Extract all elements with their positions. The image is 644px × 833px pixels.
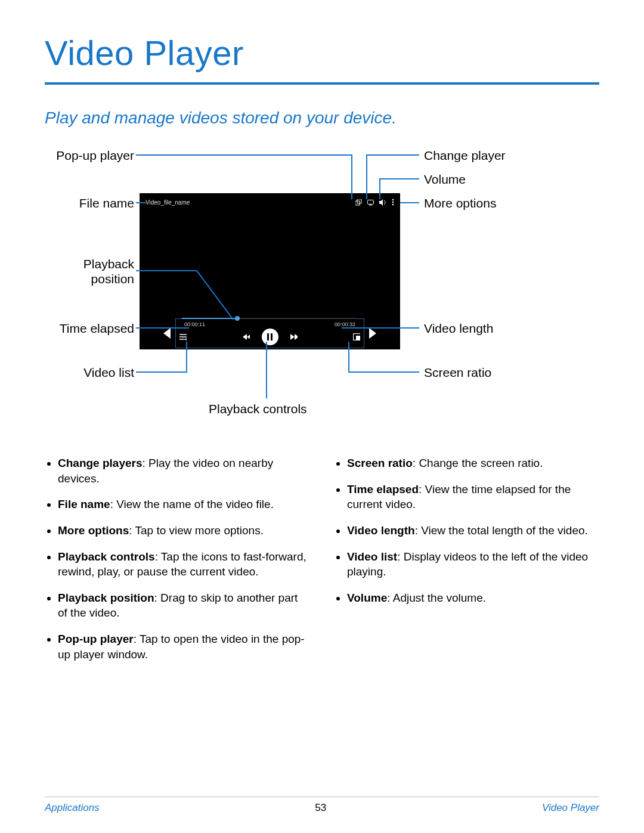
svg-point-5 (392, 199, 394, 201)
popup-player-icon[interactable] (355, 199, 362, 206)
label-playback-controls: Playback controls (209, 401, 307, 416)
svg-marker-15 (295, 334, 298, 340)
more-options-icon[interactable] (392, 199, 394, 206)
playback-controls-bar: 00:00:11 00:00:32 (175, 318, 364, 348)
bullet-video-list: Video list: Display videos to the left o… (347, 549, 599, 580)
svg-marker-13 (247, 334, 250, 340)
volume-icon[interactable] (379, 199, 386, 206)
bullet-time-elapsed: Time elapsed: View the time elapsed for … (347, 482, 599, 512)
left-bullet-list: Change players: Play the video on nearby… (45, 456, 310, 673)
bullet-change-players: Change players: Play the video on nearby… (58, 456, 310, 486)
video-list-icon[interactable] (179, 333, 187, 340)
pause-button[interactable] (262, 329, 278, 345)
svg-point-7 (392, 204, 394, 206)
svg-marker-12 (243, 334, 247, 340)
label-screen-ratio: Screen ratio (424, 365, 491, 380)
seek-fill (182, 318, 235, 319)
seek-handle[interactable] (235, 316, 240, 321)
svg-marker-14 (290, 334, 295, 340)
svg-point-6 (392, 202, 394, 203)
label-video-length: Video length (424, 321, 493, 336)
rewind-icon[interactable] (243, 333, 250, 340)
page-footer: Applications 53 Video Player (45, 797, 599, 814)
footer-page-number: 53 (315, 802, 326, 814)
bullet-popup-player: Pop-up player: Tap to open the video in … (58, 631, 310, 662)
player-file-name: Video_file_name (145, 199, 190, 206)
page-title: Video Player (45, 33, 599, 85)
next-video-arrow-icon[interactable] (369, 328, 376, 339)
footer-topic: Video Player (542, 802, 599, 814)
svg-marker-11 (185, 338, 187, 340)
page-subtitle: Play and manage videos stored on your de… (45, 109, 599, 128)
footer-section: Applications (45, 802, 100, 814)
bullet-volume: Volume: Adjust the volume. (347, 590, 599, 606)
label-volume: Volume (424, 172, 466, 187)
bullet-video-length: Video length: View the total length of t… (347, 523, 599, 538)
label-time-elapsed: Time elapsed (45, 321, 134, 336)
label-popup-player: Pop-up player (45, 148, 134, 163)
svg-rect-17 (356, 336, 360, 340)
player-diagram: Pop-up player File name Playback positio… (45, 148, 599, 428)
right-bullet-list: Screen ratio: Change the screen ratio. T… (334, 456, 599, 673)
video-player-screenshot: Video_file_name (140, 193, 400, 349)
bullet-playback-controls: Playback controls: Tap the icons to fast… (58, 549, 310, 580)
svg-marker-4 (379, 199, 383, 206)
label-playback-position-l2: position (91, 272, 134, 286)
label-video-list: Video list (45, 365, 134, 380)
change-player-icon[interactable] (367, 199, 374, 206)
fast-forward-icon[interactable] (290, 333, 298, 340)
svg-rect-2 (368, 200, 374, 204)
bullet-file-name: File name: View the name of the video fi… (58, 497, 310, 512)
description-columns: Change players: Play the video on nearby… (45, 456, 599, 673)
label-change-player: Change player (424, 148, 506, 163)
label-playback-position-l1: Playback (83, 257, 134, 271)
screen-ratio-icon[interactable] (353, 333, 360, 340)
video-length-value: 00:00:32 (335, 321, 355, 327)
prev-video-arrow-icon[interactable] (163, 328, 171, 339)
bullet-playback-position: Playback position: Drag to skip to anoth… (58, 590, 310, 621)
seek-bar[interactable] (182, 318, 358, 319)
bullet-screen-ratio: Screen ratio: Change the screen ratio. (347, 456, 599, 471)
time-elapsed-value: 00:00:11 (184, 321, 205, 327)
label-playback-position: Playback position (45, 256, 134, 286)
label-file-name: File name (45, 196, 134, 210)
label-more-options: More options (424, 196, 496, 210)
bullet-more-options: More options: Tap to view more options. (58, 523, 310, 538)
